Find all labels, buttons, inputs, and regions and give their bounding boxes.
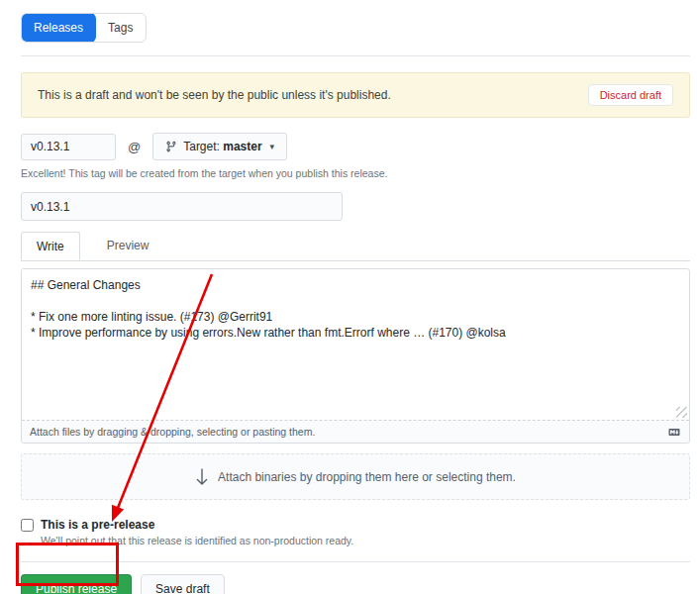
tab-write[interactable]: Write	[21, 232, 80, 260]
attach-files-hint: Attach files by dragging & dropping, sel…	[30, 426, 667, 438]
releases-tags-switch: Releases Tags	[21, 13, 147, 43]
draft-banner: This is a draft and won't be seen by the…	[21, 72, 690, 118]
release-title-input[interactable]	[21, 192, 343, 221]
target-dropdown-label: Target: master	[183, 140, 261, 153]
git-branch-icon	[165, 141, 177, 152]
editor-tabs: Write Preview	[21, 232, 690, 261]
prerelease-row: This is a pre-release	[21, 518, 690, 532]
tab-tags[interactable]: Tags	[95, 14, 146, 42]
textarea-wrap: ## General Changes * Fix one more lintin…	[22, 269, 689, 420]
prerelease-help-text: We'll point out that this release is ide…	[41, 535, 690, 546]
textarea-resize-grip[interactable]	[676, 407, 687, 418]
down-arrow-icon	[195, 467, 209, 487]
prerelease-section: This is a pre-release We'll point out th…	[21, 518, 690, 546]
tag-target-row: @ Target: master ▾	[21, 133, 690, 160]
discard-draft-button[interactable]: Discard draft	[588, 84, 673, 106]
tag-help-text: Excellent! This tag will be created from…	[21, 167, 690, 179]
markdown-icon	[667, 427, 681, 438]
actions-divider	[21, 561, 690, 562]
footer-actions: Publish release Save draft	[21, 574, 690, 594]
save-draft-button[interactable]: Save draft	[141, 574, 225, 594]
draft-banner-message: This is a draft and won't be seen by the…	[38, 88, 588, 102]
at-symbol: @	[128, 140, 141, 154]
tab-releases[interactable]: Releases	[21, 13, 96, 43]
release-editor-page: Releases Tags This is a draft and won't …	[0, 0, 700, 594]
top-divider	[21, 55, 690, 56]
tag-name-input[interactable]	[21, 134, 116, 160]
caret-down-icon: ▾	[270, 142, 275, 151]
prerelease-checkbox[interactable]	[21, 519, 34, 532]
attach-binaries-hint: Attach binaries by dropping them here or…	[218, 470, 516, 484]
release-body-editor: ## General Changes * Fix one more lintin…	[21, 268, 690, 444]
prerelease-label[interactable]: This is a pre-release	[41, 518, 154, 532]
release-body-textarea[interactable]: ## General Changes * Fix one more lintin…	[22, 269, 689, 420]
target-branch-dropdown[interactable]: Target: master ▾	[152, 133, 287, 160]
attach-binaries-dropzone[interactable]: Attach binaries by dropping them here or…	[21, 453, 690, 500]
attach-files-bar[interactable]: Attach files by dragging & dropping, sel…	[22, 420, 689, 443]
tab-preview[interactable]: Preview	[92, 232, 164, 260]
publish-release-button[interactable]: Publish release	[21, 574, 132, 594]
